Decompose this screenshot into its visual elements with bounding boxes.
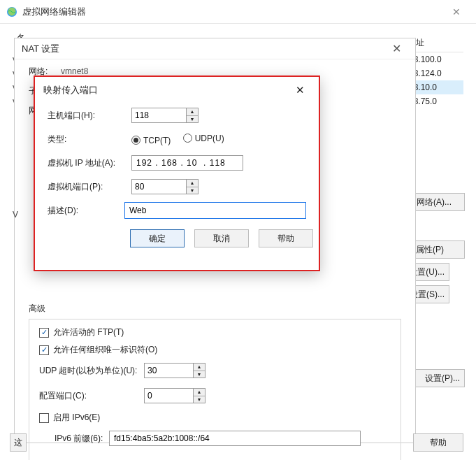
ip-list: 地址 68.100.0 68.124.0 68.10.0 68.75.0 bbox=[408, 37, 463, 108]
ftp-label: 允许活动的 FTP(T) bbox=[53, 326, 124, 338]
cfg-port-input[interactable] bbox=[144, 388, 193, 403]
cancel-button[interactable]: 取消 bbox=[194, 229, 249, 247]
radio-unselected-icon bbox=[183, 134, 192, 143]
ipv6-prefix-label: IPv6 前缀(6): bbox=[55, 433, 109, 445]
help-button[interactable]: 帮助 bbox=[259, 229, 313, 247]
ftp-checkbox[interactable]: ✓ 允许活动的 FTP(T) bbox=[39, 326, 391, 338]
udp-label: UDP(U) bbox=[195, 134, 224, 143]
map-dialog-title: 映射传入端口 bbox=[43, 84, 289, 96]
map-close-button[interactable]: ✕ bbox=[289, 82, 310, 99]
main-close-button[interactable]: ✕ bbox=[442, 1, 470, 22]
vm-ip-label: 虚拟机 IP 地址(A): bbox=[48, 157, 131, 169]
nat-dialog-titlebar: NAT 设置 ✕ bbox=[15, 38, 415, 59]
udp-radio[interactable]: UDP(U) bbox=[183, 134, 224, 143]
checkbox-checked-icon: ✓ bbox=[39, 345, 49, 355]
udp-timeout-input[interactable] bbox=[144, 363, 193, 378]
nat-dialog-title: NAT 设置 bbox=[22, 43, 384, 55]
udp-timeout-label: UDP 超时(以秒为单位)(U): bbox=[39, 365, 144, 377]
network-value: vmnet8 bbox=[61, 66, 88, 76]
app-icon bbox=[6, 6, 18, 18]
spin-arrows[interactable]: ▲▼ bbox=[186, 179, 199, 194]
advanced-title: 高级 bbox=[29, 303, 401, 315]
nat-close-button[interactable]: ✕ bbox=[384, 41, 408, 57]
tcp-radio[interactable]: TCP(T) bbox=[131, 136, 171, 145]
radio-selected-icon bbox=[131, 136, 140, 145]
desc-label: 描述(D): bbox=[48, 205, 124, 217]
vm-port-input[interactable] bbox=[131, 179, 186, 194]
ip-row[interactable]: 68.100.0 bbox=[408, 52, 463, 66]
advanced-section: ✓ 允许活动的 FTP(T) ✓ 允许任何组织唯一标识符(O) UDP 超时(以… bbox=[29, 319, 401, 460]
map-dialog-titlebar: 映射传入端口 ✕ bbox=[35, 77, 319, 103]
ip-row[interactable]: 68.124.0 bbox=[408, 66, 463, 80]
main-help-button[interactable]: 帮助 bbox=[413, 433, 463, 452]
udp-timeout-spin[interactable]: ▲▼ bbox=[144, 363, 205, 378]
type-label: 类型: bbox=[48, 134, 131, 145]
host-port-label: 主机端口(H): bbox=[48, 110, 131, 122]
tcp-label: TCP(T) bbox=[143, 136, 171, 145]
main-titlebar: 虚拟网络编辑器 ✕ bbox=[0, 0, 476, 24]
ipv6-label: 启用 IPv6(E) bbox=[53, 412, 100, 424]
main-title: 虚拟网络编辑器 bbox=[22, 6, 442, 18]
ipv6-checkbox[interactable]: ✓ 启用 IPv6(E) bbox=[39, 412, 391, 424]
cfg-port-spin[interactable]: ▲▼ bbox=[144, 388, 205, 403]
host-port-input[interactable] bbox=[131, 108, 186, 123]
oui-checkbox[interactable]: ✓ 允许任何组织唯一标识符(O) bbox=[39, 344, 391, 356]
checkbox-unchecked-icon: ✓ bbox=[39, 413, 49, 423]
checkbox-checked-icon: ✓ bbox=[39, 328, 49, 338]
vm-port-label: 虚拟机端口(P): bbox=[48, 181, 131, 193]
row-prefix: V bbox=[13, 210, 18, 220]
ip-header: 地址 bbox=[408, 37, 463, 52]
truncated-button[interactable]: 这 bbox=[10, 433, 27, 452]
spin-arrows[interactable]: ▲▼ bbox=[193, 363, 205, 378]
cfg-port-label: 配置端口(C): bbox=[39, 390, 144, 402]
map-port-dialog: 映射传入端口 ✕ 主机端口(H): ▲▼ 类型: TCP(T) UD bbox=[34, 76, 320, 271]
ipv6-prefix-input[interactable] bbox=[109, 431, 361, 446]
settings-p-button[interactable]: 设置(P)... bbox=[410, 369, 465, 387]
host-port-spin[interactable]: ▲▼ bbox=[131, 108, 306, 123]
ip-row[interactable]: 68.10.0 bbox=[408, 80, 463, 94]
vm-ip-input[interactable] bbox=[131, 155, 243, 171]
ok-button[interactable]: 确定 bbox=[130, 229, 185, 247]
vm-port-spin[interactable]: ▲▼ bbox=[131, 179, 306, 194]
ip-row[interactable]: 68.75.0 bbox=[408, 94, 463, 108]
desc-input[interactable] bbox=[124, 202, 306, 219]
oui-label: 允许任何组织唯一标识符(O) bbox=[53, 344, 157, 356]
spin-arrows[interactable]: ▲▼ bbox=[193, 388, 205, 403]
spin-arrows[interactable]: ▲▼ bbox=[186, 108, 199, 123]
